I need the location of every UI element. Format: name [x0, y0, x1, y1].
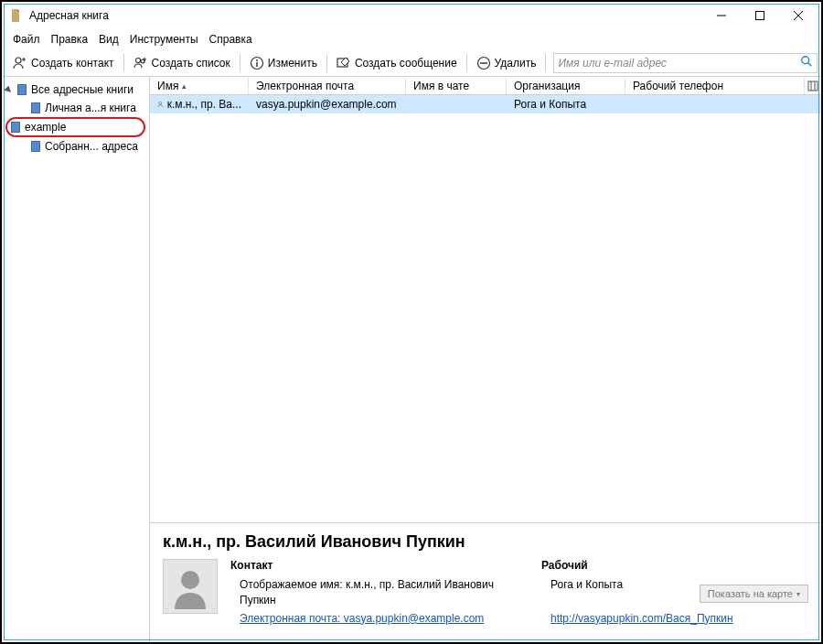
sidebar-item-collected[interactable]: Собранн... адреса: [2, 137, 149, 156]
avatar: [163, 559, 218, 614]
svg-rect-10: [18, 85, 26, 94]
separator: [240, 54, 240, 72]
col-phone[interactable]: Рабочий телефон: [625, 77, 805, 94]
menu-help[interactable]: Справка: [204, 31, 258, 48]
contact-row[interactable]: к.м.н., пр. Ва... vasya.pupkin@example.c…: [150, 95, 821, 113]
edit-button[interactable]: Изменить: [242, 54, 325, 72]
url-line: http://vasyapupkin.com/Вася_Пупкин: [541, 611, 808, 626]
book-icon: [29, 140, 42, 153]
sidebar: Все адресные книги Личная а...я книга ex…: [2, 77, 150, 642]
svg-rect-14: [12, 123, 19, 132]
svg-rect-12: [32, 103, 39, 113]
separator: [123, 54, 124, 72]
delete-icon: [476, 56, 491, 70]
app-icon: [9, 8, 24, 23]
search-field-wrap: [553, 53, 818, 73]
separator: [326, 54, 327, 72]
delete-button[interactable]: Удалить: [469, 54, 544, 72]
svg-rect-17: [808, 81, 818, 91]
contact-list: к.м.н., пр. Ва... vasya.pupkin@example.c…: [150, 95, 821, 522]
search-icon[interactable]: [800, 55, 813, 70]
people-add-icon: [134, 56, 148, 70]
dropdown-icon: ▾: [796, 590, 800, 598]
email-line: Электронная почта: vasya.pupkin@example.…: [230, 611, 505, 626]
menu-edit[interactable]: Правка: [46, 31, 94, 48]
menu-view[interactable]: Вид: [93, 31, 124, 48]
new-contact-button[interactable]: Создать контакт: [5, 54, 122, 72]
close-button[interactable]: [779, 3, 818, 28]
svg-point-8: [802, 57, 809, 64]
minimize-button[interactable]: [702, 3, 741, 28]
svg-point-2: [135, 58, 140, 62]
compose-button[interactable]: Создать сообщение: [329, 54, 465, 72]
menu-tools[interactable]: Инструменты: [124, 31, 204, 48]
separator: [466, 54, 467, 72]
separator: [545, 54, 546, 72]
twisty-icon[interactable]: [4, 85, 14, 95]
svg-rect-0: [756, 12, 764, 20]
show-on-map-button[interactable]: Показать на карте ▾: [700, 585, 808, 603]
maximize-button[interactable]: [741, 3, 779, 28]
sidebar-item-personal[interactable]: Личная а...я книга: [2, 99, 149, 117]
col-chat[interactable]: Имя в чате: [406, 77, 507, 94]
col-name[interactable]: Имя ▴: [150, 77, 249, 94]
svg-point-1: [16, 58, 21, 63]
person-icon: [157, 99, 164, 110]
work-section-title: Рабочий: [541, 559, 808, 572]
book-icon: [16, 83, 28, 96]
contact-section-title: Контакт: [230, 559, 505, 572]
display-name-line: Отображаемое имя: к.м.н., пр. Василий Ив…: [230, 577, 505, 606]
svg-point-19: [181, 571, 199, 589]
email-link[interactable]: Электронная почта: vasya.pupkin@example.…: [240, 612, 484, 625]
col-email[interactable]: Электронная почта: [249, 77, 406, 94]
menu-file[interactable]: Файл: [7, 31, 46, 48]
compose-icon: [337, 56, 351, 70]
svg-rect-16: [32, 142, 39, 151]
url-link[interactable]: http://vasyapupkin.com/Вася_Пупкин: [550, 612, 733, 625]
search-input[interactable]: [558, 57, 800, 70]
book-icon: [9, 121, 22, 134]
new-list-button[interactable]: Создать список: [126, 54, 238, 72]
col-org[interactable]: Организация: [507, 77, 625, 94]
book-icon: [29, 102, 42, 114]
menubar: Файл Правка Вид Инструменты Справка: [2, 29, 821, 49]
col-config[interactable]: [805, 77, 821, 94]
sidebar-root[interactable]: Все адресные книги: [2, 80, 149, 99]
details-heading: к.м.н., пр. Василий Иванович Пупкин: [163, 532, 808, 552]
svg-point-5: [256, 59, 258, 61]
titlebar: Адресная книга: [2, 2, 821, 29]
toolbar: Создать контакт Создать список Изменить …: [2, 49, 821, 77]
sort-asc-icon: ▴: [182, 81, 187, 91]
window-title: Адресная книга: [29, 9, 702, 22]
info-icon: [250, 56, 264, 70]
person-add-icon: [13, 56, 27, 70]
columns-icon: [807, 80, 818, 91]
column-headers: Имя ▴ Электронная почта Имя в чате Орган…: [150, 77, 821, 95]
sidebar-item-example[interactable]: example: [5, 117, 145, 137]
details-pane: к.м.н., пр. Василий Иванович Пупкин Конт…: [150, 522, 821, 642]
svg-point-18: [159, 102, 162, 104]
